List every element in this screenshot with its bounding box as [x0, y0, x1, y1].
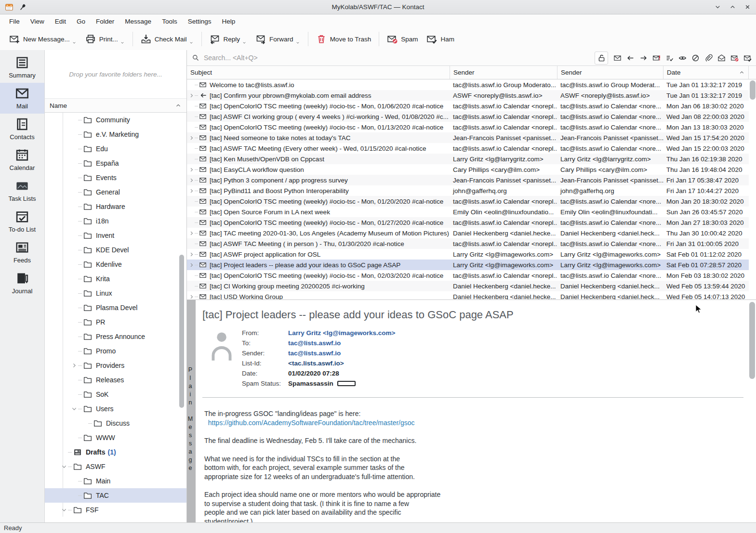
menu-settings[interactable]: Settings: [183, 16, 217, 27]
filter-checklist-button[interactable]: [663, 52, 676, 65]
filter-envelope-open-button[interactable]: [715, 52, 728, 65]
expand-thread-icon[interactable]: [188, 188, 195, 194]
folder-community[interactable]: Community: [45, 113, 186, 127]
reply-button[interactable]: Reply: [205, 30, 252, 48]
check-mail-button[interactable]: Check Mail: [136, 30, 198, 48]
sidebar-item-summary[interactable]: Summary: [0, 52, 44, 83]
folder-invent[interactable]: Invent: [45, 228, 186, 243]
sidebar-item-mail[interactable]: Mail: [0, 83, 44, 114]
expand-thread-icon[interactable]: [188, 167, 195, 173]
folder-plasma-devel[interactable]: Plasma Devel: [45, 300, 186, 315]
search-input[interactable]: Search... <Alt+Q>: [192, 54, 595, 62]
filter-envelope-ham-button[interactable]: [741, 52, 754, 65]
column-header-date-3[interactable]: Date: [663, 66, 749, 79]
message-row[interactable]: [tac] Need someone to take notes at toda…: [187, 132, 749, 143]
sidebar-item-calendar[interactable]: Calendar: [0, 144, 44, 175]
message-row[interactable]: [tac] EasyCLA workflow questionCary Phil…: [187, 164, 749, 175]
folder-fsf[interactable]: FSF: [45, 503, 186, 517]
message-row[interactable]: [tac] USD Working GroupDaniel Heckenberg…: [187, 291, 749, 299]
menu-message[interactable]: Message: [119, 16, 157, 27]
sidebar-item-task-lists[interactable]: Task Lists: [0, 175, 44, 206]
message-row[interactable]: [tac] Confirm your pbrown@mykolab.com em…: [187, 90, 749, 101]
message-row[interactable]: [tac] Ken Museth/OpenVDB on CppcastLarry…: [187, 154, 749, 164]
menu-view[interactable]: View: [25, 16, 50, 27]
menu-go[interactable]: Go: [71, 16, 91, 27]
column-header-sender-1[interactable]: Sender: [450, 66, 557, 79]
header-value[interactable]: tac@lists.aswf.io: [288, 350, 341, 357]
message-row[interactable]: [tac] ASWF CI working group ( every 4 we…: [187, 111, 749, 122]
lock-search-button[interactable]: [595, 52, 608, 65]
expand-thread-icon[interactable]: [188, 230, 195, 236]
folder-press-announce[interactable]: Press Announce: [45, 329, 186, 344]
expand-thread-icon[interactable]: [188, 251, 195, 258]
folder-discuss[interactable]: Discuss: [45, 416, 186, 430]
message-row[interactable]: [tac] Project leaders -- please add your…: [187, 260, 749, 270]
filter-arrow-left-button[interactable]: [624, 52, 637, 65]
collapse-icon[interactable]: [71, 405, 78, 412]
spam-button[interactable]: Spam: [383, 30, 422, 48]
collapse-icon[interactable]: [61, 507, 67, 513]
message-row[interactable]: [tac] ASWF project application for OSLLa…: [187, 249, 749, 260]
sidebar-item-feeds[interactable]: Feeds: [0, 237, 44, 268]
expand-thread-icon[interactable]: [188, 135, 195, 141]
folder-general[interactable]: General: [45, 185, 186, 199]
folder-krita[interactable]: Krita: [45, 272, 186, 286]
folder-linux[interactable]: Linux: [45, 286, 186, 300]
new-message-button[interactable]: New Message...: [5, 30, 81, 48]
folder-releases[interactable]: Releases: [45, 373, 186, 387]
folder-tree-header[interactable]: Name: [45, 99, 186, 113]
filter-envelope-spam-button[interactable]: [728, 52, 741, 65]
column-header-subject-0[interactable]: Subject: [187, 66, 450, 79]
message-row[interactable]: [tac] Python 3 component / app progress …: [187, 175, 749, 185]
message-row[interactable]: [tac] OpenColorIO TSC meeting (weekly) #…: [187, 196, 749, 207]
filter-eye-button[interactable]: [676, 52, 689, 65]
expand-icon[interactable]: [71, 362, 78, 369]
folder-drafts[interactable]: Drafts(1): [45, 445, 186, 459]
body-link[interactable]: https://github.com/AcademySoftwareFounda…: [204, 419, 415, 427]
menu-edit[interactable]: Edit: [50, 16, 71, 27]
sidebar-item-to-do-list[interactable]: To-do List: [0, 206, 44, 237]
plain-message-tab[interactable]: Plain Message: [187, 300, 196, 522]
filter-envelope-button[interactable]: [611, 52, 624, 65]
ham-button[interactable]: Ham: [422, 30, 459, 48]
folder-e-v-marketing[interactable]: e.V. Marketing: [45, 127, 186, 142]
message-row[interactable]: [tac] ASWF TAC Meeting ( in person ) - T…: [187, 238, 749, 249]
expand-thread-icon[interactable]: [188, 92, 195, 99]
column-header-sender-2[interactable]: Sender: [557, 66, 663, 79]
expand-thread-icon[interactable]: [188, 262, 195, 268]
folder-kde-devel[interactable]: KDE Devel: [45, 243, 186, 257]
expand-thread-icon[interactable]: [188, 177, 195, 183]
folder-hardware[interactable]: Hardware: [45, 199, 186, 214]
message-row[interactable]: [tac] TAC meeting 2020-01-30, Los Angele…: [187, 228, 749, 238]
message-row[interactable]: [tac] OpenColorIO TSC meeting (weekly) #…: [187, 101, 749, 111]
filter-prohibited-button[interactable]: [689, 52, 702, 65]
message-row[interactable]: [tac] OpenColorIO TSC meeting (weekly) #…: [187, 270, 749, 281]
sidebar-item-contacts[interactable]: Contacts: [0, 114, 44, 144]
header-value[interactable]: tac@lists.aswf.io: [288, 339, 341, 347]
collapse-icon[interactable]: [61, 463, 67, 470]
close-icon[interactable]: [744, 3, 751, 11]
folder-kdenlive[interactable]: Kdenlive: [45, 257, 186, 272]
menu-folder[interactable]: Folder: [91, 16, 119, 27]
folder-users[interactable]: Users: [45, 402, 186, 416]
folder-edu[interactable]: Edu: [45, 142, 186, 156]
folder-pr[interactable]: PR: [45, 315, 186, 329]
message-list-scrollbar-thumb[interactable]: [750, 80, 756, 100]
preview-scrollbar-thumb[interactable]: [749, 302, 755, 379]
message-row[interactable]: [tac] PyBind11 and Boost Python Interope…: [187, 185, 749, 196]
filter-paperclip-button[interactable]: [702, 52, 715, 65]
print-button[interactable]: Print...: [81, 30, 129, 48]
message-row[interactable]: [tac] OpenColorIO TSC meeting (weekly) #…: [187, 122, 749, 132]
folder-events[interactable]: Events: [45, 170, 186, 185]
folder-tac[interactable]: TAC: [45, 488, 186, 503]
folder-i18n[interactable]: i18n: [45, 214, 186, 228]
folder-aswf[interactable]: ASWF: [45, 459, 186, 474]
menu-help[interactable]: Help: [216, 16, 240, 27]
message-row[interactable]: [tac] ASWF TAC Meeting (Every other week…: [187, 143, 749, 154]
message-row[interactable]: [tac] Open Source Forum in LA next weekE…: [187, 207, 749, 217]
message-row[interactable]: [tac] CI Working group meeting 20200205 …: [187, 281, 749, 291]
move-to-trash-button[interactable]: Move to Trash: [312, 30, 376, 48]
folder-espa-a[interactable]: España: [45, 156, 186, 170]
header-value[interactable]: Larry Gritz <lg@imageworks.com>: [288, 329, 396, 337]
message-row[interactable]: [tac] OpenColorIO TSC meeting (weekly) #…: [187, 217, 749, 228]
